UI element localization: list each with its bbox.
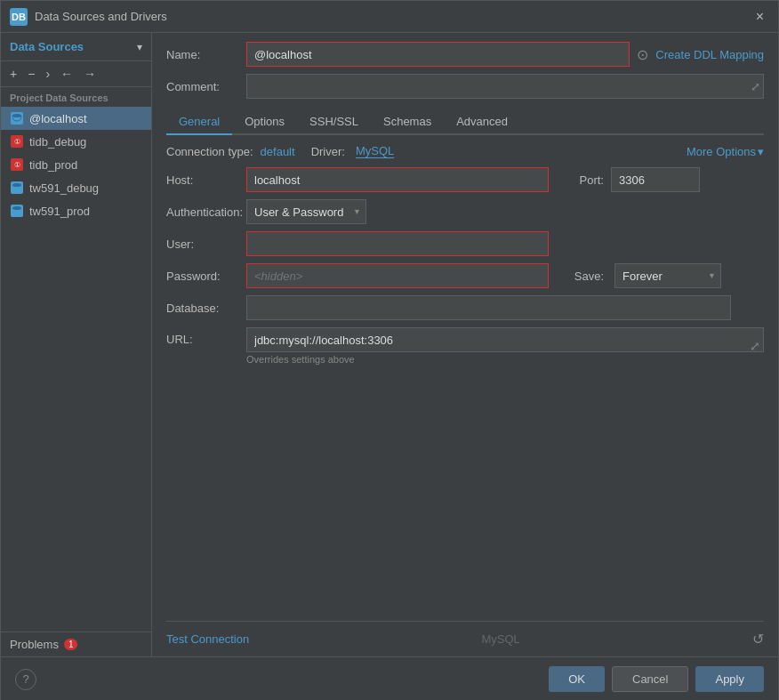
sidebar-toolbar: + − › ← → — [1, 61, 151, 87]
forward-button[interactable]: → — [80, 65, 100, 83]
test-connection-button[interactable]: Test Connection — [166, 632, 249, 646]
sidebar-item-tw591-debug[interactable]: tw591_debug — [1, 176, 151, 199]
host-label: Host: — [166, 173, 246, 187]
port-label: Port: — [559, 173, 604, 187]
footer: ? OK Cancel Apply — [1, 656, 778, 700]
db-icon-localhost — [10, 111, 24, 125]
svg-point-1 — [12, 114, 21, 117]
comment-label: Comment: — [166, 80, 246, 93]
user-input[interactable] — [246, 231, 549, 256]
problems-label: Problems — [10, 638, 59, 651]
help-button[interactable]: ? — [15, 669, 36, 690]
name-expand-button[interactable]: ⊙ — [637, 46, 648, 63]
sidebar-item-localhost-label: @localhost — [29, 112, 87, 125]
sidebar-item-tw591-prod-label: tw591_prod — [29, 205, 90, 218]
ok-button[interactable]: OK — [549, 666, 605, 692]
name-input[interactable] — [246, 42, 630, 67]
sidebar-item-localhost[interactable]: @localhost — [1, 107, 151, 130]
name-row-actions: ⊙ Create DDL Mapping — [637, 46, 764, 63]
database-input[interactable] — [246, 295, 731, 320]
driver-value[interactable]: MySQL — [356, 144, 394, 158]
password-input[interactable] — [246, 263, 549, 288]
apply-button[interactable]: Apply — [695, 666, 764, 692]
sidebar-header: Data Sources ▾ — [1, 33, 151, 61]
cancel-button[interactable]: Cancel — [612, 666, 688, 692]
tab-advanced[interactable]: Advanced — [444, 109, 520, 135]
host-input[interactable] — [246, 167, 549, 192]
content-bottom: Test Connection MySQL ↺ — [166, 621, 764, 648]
connection-type-value: default — [261, 145, 295, 158]
sidebar-item-tidb-prod[interactable]: ① tidb_prod — [1, 153, 151, 176]
dialog-wrapper: DB Data Sources and Drivers × Data Sourc… — [0, 0, 779, 700]
user-row: User: — [166, 231, 764, 256]
password-label: Password: — [166, 270, 246, 283]
sidebar: Data Sources ▾ + − › ← → Project Data So… — [1, 33, 152, 656]
password-row: Password: Save: Forever Until restart Ne… — [166, 263, 764, 288]
sidebar-item-tidb-debug[interactable]: ① tidb_debug — [1, 130, 151, 153]
footer-buttons: OK Cancel Apply — [549, 666, 764, 692]
svg-point-9 — [12, 206, 21, 210]
create-ddl-link[interactable]: Create DDL Mapping — [655, 48, 764, 61]
tab-general[interactable]: General — [166, 109, 232, 135]
database-label: Database: — [166, 302, 246, 315]
user-label: User: — [166, 237, 246, 251]
add-datasource-button[interactable]: + — [6, 65, 20, 83]
tab-schemas[interactable]: Schemas — [371, 109, 444, 135]
comment-expand-button[interactable]: ⤢ — [751, 80, 760, 93]
db-type-label: MySQL — [481, 632, 519, 646]
refresh-button[interactable]: ↺ — [752, 631, 764, 648]
port-input[interactable] — [611, 167, 700, 192]
sidebar-item-tidb-prod-label: tidb_prod — [29, 158, 77, 172]
title-bar-left: DB Data Sources and Drivers — [10, 8, 167, 26]
close-button[interactable]: × — [751, 7, 769, 27]
driver-label: Driver: — [311, 145, 345, 158]
svg-text:①: ① — [14, 138, 20, 146]
url-expand-button[interactable]: ⤢ — [750, 339, 760, 353]
name-row: Name: ⊙ Create DDL Mapping — [166, 42, 764, 67]
sidebar-header-arrow[interactable]: ▾ — [137, 41, 142, 53]
sidebar-item-tw591-debug-label: tw591_debug — [29, 181, 99, 195]
content-area: Name: ⊙ Create DDL Mapping Comment: ⤢ Ge… — [152, 33, 778, 656]
save-select[interactable]: Forever Until restart Never — [614, 263, 721, 288]
back-button[interactable]: ← — [57, 65, 76, 83]
auth-label: Authentication: — [166, 205, 246, 219]
auth-select-wrapper: User & Password No auth LDAP — [246, 199, 366, 224]
url-override-note: Overrides settings above — [246, 354, 764, 365]
more-options-button[interactable]: More Options ▾ — [687, 145, 764, 158]
tab-options[interactable]: Options — [232, 109, 297, 135]
save-label: Save: — [559, 270, 604, 283]
url-field-wrapper: ⤢ Overrides settings above — [246, 327, 764, 365]
sidebar-header-title: Data Sources — [10, 40, 84, 53]
url-label: URL: — [166, 333, 246, 346]
tab-ssh-ssl[interactable]: SSH/SSL — [297, 109, 371, 135]
main-layout: Data Sources ▾ + − › ← → Project Data So… — [1, 33, 778, 656]
db-icon-tidb-debug: ① — [10, 134, 24, 149]
title-bar: DB Data Sources and Drivers × — [1, 1, 778, 33]
comment-input[interactable] — [246, 74, 764, 99]
auth-select[interactable]: User & Password No auth LDAP — [246, 199, 366, 224]
svg-point-7 — [12, 183, 21, 187]
host-port-row: Host: Port: — [166, 167, 764, 192]
project-data-sources-label: Project Data Sources — [1, 87, 151, 107]
url-row: URL: ⤢ Overrides settings above — [166, 327, 764, 365]
auth-row: Authentication: User & Password No auth … — [166, 199, 764, 224]
sidebar-item-tidb-debug-label: tidb_debug — [29, 135, 86, 149]
svg-text:①: ① — [14, 161, 20, 169]
connection-type-row: Connection type: default Driver: MySQL M… — [166, 144, 764, 158]
db-icon-tw591-prod — [10, 204, 24, 218]
name-label: Name: — [166, 48, 246, 61]
db-icon-tw591-debug — [10, 181, 24, 195]
db-icon-tidb-prod: ① — [10, 157, 24, 172]
url-input[interactable] — [246, 327, 764, 352]
more-options-button[interactable]: › — [42, 65, 53, 83]
app-icon: DB — [10, 8, 28, 26]
tabs: General Options SSH/SSL Schemas Advanced — [166, 109, 764, 135]
dialog-title: Data Sources and Drivers — [35, 10, 167, 23]
sidebar-item-tw591-prod[interactable]: tw591_prod — [1, 199, 151, 222]
save-select-wrapper: Forever Until restart Never — [614, 263, 721, 288]
comment-row: Comment: ⤢ — [166, 74, 764, 99]
problems-section: Problems 1 — [1, 632, 151, 656]
problems-badge: 1 — [64, 639, 78, 650]
remove-datasource-button[interactable]: − — [24, 65, 38, 83]
database-row: Database: — [166, 295, 764, 320]
